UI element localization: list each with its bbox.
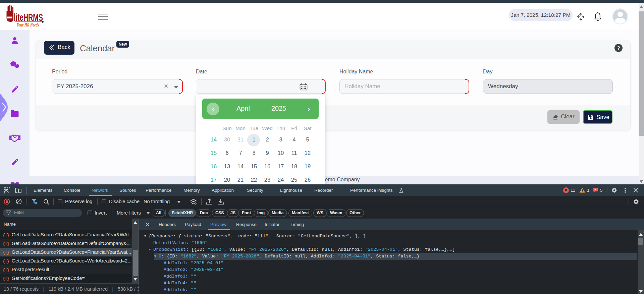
svg-text:liteHRMS: liteHRMS: [14, 12, 43, 23]
svg-text:Your HR Needs: Your HR Needs: [17, 22, 39, 27]
